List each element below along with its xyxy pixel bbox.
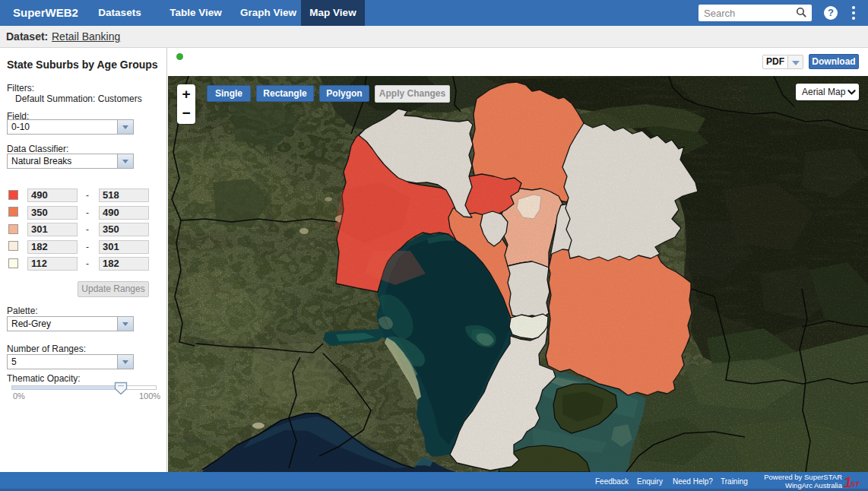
svg-text:ST: ST (851, 480, 860, 488)
